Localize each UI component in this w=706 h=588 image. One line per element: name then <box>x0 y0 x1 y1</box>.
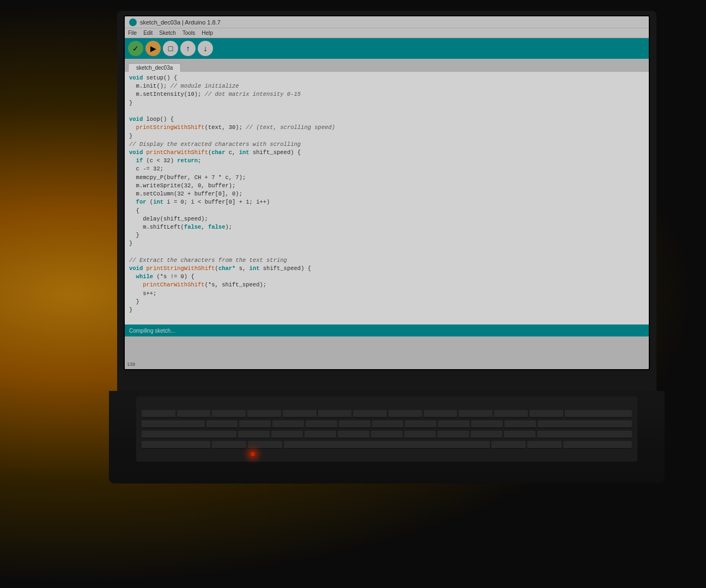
key <box>142 431 236 438</box>
menu-help[interactable]: Help <box>202 30 213 36</box>
tab-sketch[interactable]: sketch_dec03a <box>128 63 181 72</box>
key <box>530 410 563 418</box>
screen-bezel: sketch_dec03a | Arduino 1.8.7 File Edit … <box>124 15 650 370</box>
key-row-1 <box>142 410 632 418</box>
keyboard-surface <box>136 396 637 462</box>
key-row-3 <box>142 431 632 438</box>
menu-tools[interactable]: Tools <box>182 30 195 36</box>
verify-button[interactable]: ✓ <box>128 41 143 56</box>
arduino-ide-window: sketch_dec03a | Arduino 1.8.7 File Edit … <box>125 16 649 369</box>
key <box>339 420 370 428</box>
key <box>177 410 211 418</box>
key <box>206 420 238 428</box>
toolbar: ✓ ▶ □ ↑ ↓ <box>125 38 649 59</box>
key <box>318 410 352 418</box>
code-content: void setup() { m.init(); // module initi… <box>125 72 649 316</box>
key <box>404 431 436 438</box>
key <box>563 441 632 449</box>
key <box>388 410 422 418</box>
key <box>471 431 502 438</box>
key <box>248 441 282 449</box>
menu-bar: File Edit Sketch Tools Help <box>125 28 649 38</box>
key <box>338 431 369 438</box>
key <box>538 420 632 428</box>
key <box>504 420 536 428</box>
key <box>283 410 317 418</box>
laptop-keyboard <box>109 391 665 483</box>
key <box>405 420 436 428</box>
key <box>459 410 492 418</box>
window-title: sketch_dec03a | Arduino 1.8.7 <box>140 19 221 26</box>
laptop-screen-frame: sketch_dec03a | Arduino 1.8.7 File Edit … <box>117 11 656 392</box>
spacebar <box>284 441 490 449</box>
key <box>142 441 210 449</box>
key <box>372 420 404 428</box>
key <box>305 431 336 438</box>
key <box>371 431 403 438</box>
title-bar: sketch_dec03a | Arduino 1.8.7 <box>125 16 649 28</box>
key <box>212 410 246 418</box>
line-number: 139 <box>127 362 135 367</box>
tab-bar: sketch_dec03a <box>125 59 649 72</box>
key-row-2 <box>142 420 632 428</box>
console-area: 139 <box>125 336 649 369</box>
key <box>272 420 304 428</box>
menu-file[interactable]: File <box>128 30 137 36</box>
key <box>424 410 458 418</box>
key <box>353 410 387 418</box>
key <box>212 441 246 449</box>
app-icon <box>129 19 137 26</box>
key <box>142 420 205 428</box>
key <box>142 410 175 418</box>
key <box>437 431 469 438</box>
upload-button[interactable]: ▶ <box>145 41 161 56</box>
arduino-led <box>251 452 255 456</box>
key <box>565 410 632 418</box>
key <box>537 431 632 438</box>
key <box>247 410 281 418</box>
key <box>471 420 503 428</box>
menu-sketch[interactable]: Sketch <box>159 30 176 36</box>
compile-status: Compiling sketch... <box>129 328 175 334</box>
key <box>271 431 303 438</box>
save-button[interactable]: ↓ <box>198 41 213 56</box>
key-row-space <box>142 441 632 449</box>
key <box>438 420 470 428</box>
key <box>527 441 562 449</box>
key <box>306 420 337 428</box>
key <box>491 441 526 449</box>
menu-edit[interactable]: Edit <box>143 30 153 36</box>
key <box>504 431 535 438</box>
new-button[interactable]: □ <box>163 41 178 56</box>
key <box>494 410 528 418</box>
code-editor[interactable]: void setup() { m.init(); // module initi… <box>125 72 649 324</box>
open-button[interactable]: ↑ <box>180 41 196 56</box>
key <box>239 420 271 428</box>
status-bar: Compiling sketch... <box>125 324 649 336</box>
key <box>238 431 270 438</box>
